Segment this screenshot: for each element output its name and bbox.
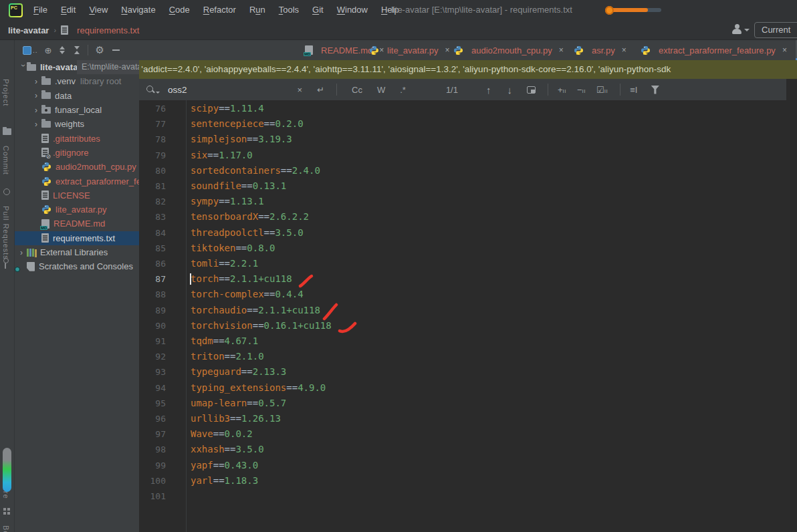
code-line-82[interactable]: 82sympy==1.13.1 (139, 194, 797, 209)
next-occurrence-icon[interactable]: ↓ (507, 84, 512, 96)
code-line-96[interactable]: 96urllib3==1.26.13 (139, 411, 797, 426)
menu-tools[interactable]: Tools (272, 0, 306, 20)
project-tool-icon[interactable] (3, 128, 11, 135)
tree-item-requirements-txt[interactable]: requirements.txt (15, 231, 139, 245)
add-selection-icon[interactable]: +II (558, 85, 566, 95)
structure-tool-icon[interactable] (3, 508, 6, 511)
tree-item-lite-avatar[interactable]: ›lite-avatarE:\tmp\lite-avatar (15, 60, 139, 74)
code-line-83[interactable]: 83tensorboardX==2.6.2.2 (139, 209, 797, 225)
close-tab-icon[interactable]: × (622, 45, 627, 55)
menu-run[interactable]: Run (243, 0, 272, 20)
code-line-85[interactable]: 85tiktoken==0.8.0 (139, 241, 797, 256)
tab-readme-md[interactable]: README.md× (300, 40, 364, 60)
tree-item-license[interactable]: LICENSE (15, 188, 139, 203)
overlay-slider[interactable] (605, 6, 661, 14)
search-icon[interactable] (146, 85, 155, 94)
menu-view[interactable]: View (82, 0, 114, 20)
tree-item-external-libraries[interactable]: ›External Libraries (15, 245, 139, 259)
code-line-84[interactable]: 84threadpoolctl==3.5.0 (139, 225, 797, 241)
hide-panel-icon[interactable] (112, 49, 120, 51)
filter-lines-icon[interactable]: ≡I (630, 85, 637, 95)
menu-git[interactable]: Git (306, 0, 330, 20)
menu-file[interactable]: File (27, 0, 54, 20)
chevron-collapsed-icon[interactable]: › (35, 120, 41, 129)
code-line-99[interactable]: 99yapf==0.43.0 (139, 458, 797, 473)
tree-item-lite-avatar-py[interactable]: lite_avatar.py (15, 203, 139, 217)
open-in-find-window-icon[interactable] (527, 86, 536, 94)
tree-item-audio2mouth-cpu-py[interactable]: audio2mouth_cpu.py (15, 160, 139, 174)
editor[interactable]: 76scipy==1.11.477sentencepiece==0.2.078s… (139, 100, 797, 532)
package-requirements-banner[interactable]: ge requirements 'addict==2.4.0', 'aiohap… (139, 60, 797, 79)
pull-requests-tool-icon[interactable] (5, 261, 6, 269)
settings-gear-icon[interactable]: ⚙ (95, 44, 104, 56)
stripe-label-bookmarks[interactable]: Bookmarks (2, 525, 10, 532)
tree-item-weights[interactable]: ›weights (15, 117, 139, 131)
tree-item-gitattributes[interactable]: .gitattributes (15, 131, 139, 145)
stripe-label-pull-requests[interactable]: Pull Requests (2, 206, 10, 260)
newline-icon[interactable]: ↵ (317, 85, 324, 95)
tree-item-extract-paraformer-feature-py[interactable]: extract_paraformer_feature.py (15, 174, 139, 188)
commit-tool-icon[interactable] (3, 188, 10, 195)
close-tab-icon[interactable]: × (559, 45, 564, 55)
code-line-101[interactable]: 101 (139, 489, 797, 504)
chevron-collapsed-icon[interactable]: › (35, 106, 41, 115)
locate-file-icon[interactable]: ⊕ (45, 45, 52, 55)
tab-asr-py[interactable]: asr.py× (568, 40, 635, 60)
close-tab-icon[interactable]: × (782, 45, 787, 55)
search-input[interactable]: oss2 (168, 85, 187, 95)
tree-item-scratches-and-consoles[interactable]: Scratches and Consoles (15, 259, 139, 273)
menu-refactor[interactable]: Refactor (197, 0, 243, 20)
match-case-toggle[interactable]: Cc (352, 85, 362, 95)
code-line-95[interactable]: 95umap-learn==0.5.7 (139, 396, 797, 411)
code-line-87[interactable]: 87torch==2.1.1+cu118 (139, 271, 797, 287)
expand-all-icon[interactable] (58, 46, 66, 54)
code-line-80[interactable]: 80sortedcontainers==2.4.0 (139, 163, 797, 178)
stripe-label-project[interactable]: Project (2, 79, 10, 106)
code-line-79[interactable]: 79six==1.17.0 (139, 148, 797, 163)
words-toggle[interactable]: W (377, 85, 385, 95)
code-line-81[interactable]: 81soundfile==0.13.1 (139, 178, 797, 194)
tab-audio2mouth-cpu-py[interactable]: audio2mouth_cpu.py× (448, 40, 568, 60)
code-line-100[interactable]: 100yarl==1.18.3 (139, 473, 797, 489)
code-line-93[interactable]: 93typeguard==2.13.3 (139, 364, 797, 380)
menu-edit[interactable]: Edit (54, 0, 82, 20)
regex-toggle[interactable]: .* (400, 85, 406, 95)
code-line-91[interactable]: 91tqdm==4.67.1 (139, 334, 797, 349)
stripe-label-commit[interactable]: Commit (2, 146, 10, 175)
code-line-78[interactable]: 78simplejson==3.19.3 (139, 132, 797, 147)
chevron-collapsed-icon[interactable]: › (35, 77, 41, 86)
code-line-97[interactable]: 97Wave==0.0.2 (139, 426, 797, 442)
user-account-widget[interactable] (731, 23, 750, 34)
code-line-90[interactable]: 90torchvision==0.16.1+cu118 (139, 318, 797, 334)
filter-funnel-icon[interactable] (651, 86, 659, 94)
code-line-86[interactable]: 86tomli==2.2.1 (139, 256, 797, 271)
code-line-94[interactable]: 94typing_extensions==4.9.0 (139, 380, 797, 396)
menu-navigate[interactable]: Navigate (114, 0, 162, 20)
code-line-76[interactable]: 76scipy==1.11.4 (139, 101, 797, 116)
previous-occurrence-icon[interactable]: ↑ (486, 84, 491, 96)
tab-extract-paraformer-feature-py[interactable]: extract_paraformer_feature.py× (635, 40, 796, 60)
search-options-chevron-icon[interactable] (156, 92, 160, 94)
select-all-occurrences-icon[interactable]: ☑II (596, 85, 608, 95)
menu-window[interactable]: Window (330, 0, 374, 20)
tab-lite-avatar-py[interactable]: lite_avatar.py× (364, 40, 448, 60)
project-view-selector-icon[interactable] (23, 46, 31, 55)
code-line-88[interactable]: 88torch-complex==0.4.4 (139, 287, 797, 302)
menu-code[interactable]: Code (162, 0, 197, 20)
clear-search-icon[interactable]: × (298, 85, 303, 95)
tree-item-readme-md[interactable]: README.md (15, 217, 139, 231)
code-line-92[interactable]: 92triton==2.1.0 (139, 349, 797, 364)
run-configuration-button[interactable]: Current (754, 22, 797, 38)
code-line-98[interactable]: 98xxhash==3.5.0 (139, 442, 797, 457)
tree-item-data[interactable]: ›data (15, 89, 139, 103)
tree-item-gitignore[interactable]: .gitignore (15, 146, 139, 160)
slider-knob[interactable] (605, 6, 614, 15)
code-line-89[interactable]: 89torchaudio==2.1.1+cu118 (139, 303, 797, 318)
code-line-77[interactable]: 77sentencepiece==0.2.0 (139, 116, 797, 132)
chevron-collapsed-icon[interactable]: › (35, 91, 41, 100)
chevron-collapsed-icon[interactable]: › (20, 248, 27, 257)
remove-selection-icon[interactable]: −II (577, 85, 586, 95)
breadcrumb-file[interactable]: requirements.txt (77, 25, 139, 35)
tree-item-funasr-local[interactable]: ›funasr_local (15, 103, 139, 117)
collapse-all-icon[interactable] (73, 46, 81, 54)
